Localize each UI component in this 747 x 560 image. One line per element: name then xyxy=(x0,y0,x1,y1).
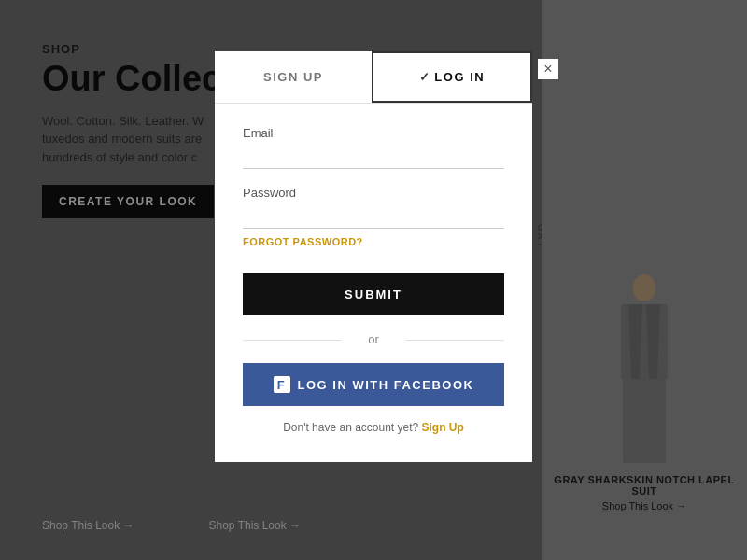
password-input[interactable] xyxy=(243,205,504,229)
login-tab[interactable]: ✓LOG IN xyxy=(372,51,532,103)
password-form-group: Password FORGOT PASSWORD? xyxy=(243,186,504,247)
or-divider: or xyxy=(243,332,504,346)
signup-prompt: Don't have an account yet? Sign Up xyxy=(243,421,504,434)
facebook-icon: f xyxy=(274,376,290,393)
close-button[interactable]: × xyxy=(538,59,558,79)
signup-tab[interactable]: SIGN UP xyxy=(215,51,372,103)
modal-body: Email Password FORGOT PASSWORD? SUBMIT o… xyxy=(215,104,532,434)
facebook-button-label: LOG IN WITH FACEBOOK xyxy=(298,378,474,392)
login-modal: SIGN UP ✓LOG IN × Email Password FORGOT … xyxy=(215,51,532,462)
modal-header: SIGN UP ✓LOG IN × xyxy=(215,51,532,104)
check-icon: ✓ xyxy=(419,70,431,84)
email-form-group: Email xyxy=(243,126,504,169)
signup-prompt-text: Don't have an account yet? xyxy=(283,421,418,434)
email-input[interactable] xyxy=(243,146,504,169)
submit-button[interactable]: SUBMIT xyxy=(243,273,504,315)
signup-link[interactable]: Sign Up xyxy=(422,421,464,434)
forgot-password-link[interactable]: FORGOT PASSWORD? xyxy=(243,236,504,247)
facebook-login-button[interactable]: f LOG IN WITH FACEBOOK xyxy=(243,363,504,406)
password-label: Password xyxy=(243,186,504,200)
email-label: Email xyxy=(243,126,504,140)
